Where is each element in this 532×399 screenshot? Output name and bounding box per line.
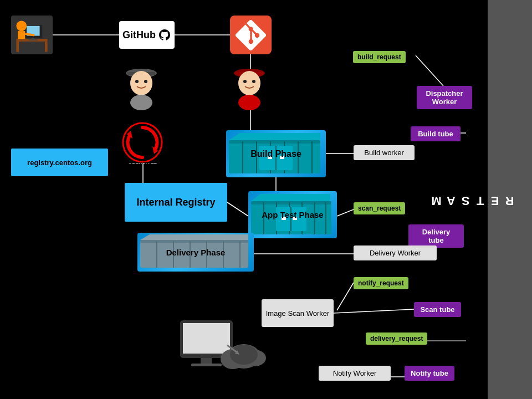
delivery-phase-label: Delivery Phase [166,248,226,257]
build-phase-box: Build Phase [226,130,326,177]
svg-rect-80 [183,323,230,354]
svg-marker-78 [140,234,248,240]
svg-rect-82 [191,364,222,366]
registry-centos-label: registry.centos.org [27,158,92,167]
notify-request-label: notify_request [354,277,408,289]
jenkins-red-icon [230,66,269,111]
build-tube-label: Build tube [411,126,461,141]
delivery-request-label: delivery_request [366,332,427,345]
build-worker-label: Build worker [354,145,415,160]
jenkins-gray-icon [122,66,161,111]
svg-rect-18 [45,42,48,52]
svg-point-32 [130,95,152,110]
person-desk-svg [11,16,53,54]
registry-centos-box: registry.centos.org [11,149,108,176]
jenkins-svg-gray [122,66,161,111]
build-request-label: build_request [353,51,406,63]
svg-marker-56 [229,133,320,140]
notify-worker-label: Notify Worker [319,366,391,381]
delivery-tube-label: Delivery tube [408,224,464,248]
build-phase-label: Build Phase [250,149,301,159]
scan-tube-label: Scan tube [414,302,461,317]
test-phase-label: App Test Phase [262,210,323,220]
test-phase-box: App Test Phase [248,191,337,238]
github-text: GitHub [122,29,156,41]
openshift-logo-icon: OPENSHIFT [122,122,163,163]
image-scan-worker-box: Image Scan Worker [262,299,334,327]
svg-point-37 [243,80,247,83]
svg-point-38 [252,80,255,83]
jenkins-svg-red [230,66,269,111]
image-scan-worker-label: Image Scan Worker [266,309,330,318]
scan-request-label: scan_request [354,202,405,214]
svg-point-30 [135,80,139,83]
openshift-svg: OPENSHIFT [122,122,163,163]
github-icon [158,28,171,42]
delivery-phase-box: Delivery Phase [137,233,254,272]
svg-point-86 [230,345,258,365]
svg-point-23 [16,21,27,31]
svg-rect-81 [201,358,212,364]
dispatcher-worker-label: Dispatcher Worker [417,86,472,109]
svg-rect-58 [251,201,331,204]
scanner-icon [172,315,269,376]
svg-point-39 [238,95,260,110]
svg-point-31 [144,80,147,83]
svg-rect-24 [18,31,25,39]
master-tube-text: MASTERTUBE [429,192,532,208]
internal-registry-box: Internal Registry [125,183,227,222]
delivery-worker-label: Delivery Worker [354,245,437,260]
svg-text:OPENSHIFT: OPENSHIFT [128,162,157,163]
svg-point-29 [130,71,152,95]
svg-point-36 [238,71,260,95]
github-logo: GitHub [119,21,175,49]
internal-registry-label: Internal Registry [136,197,215,208]
git-logo [230,16,272,54]
git-icon [236,20,266,50]
svg-marker-69 [251,194,330,201]
person-desk-icon [11,16,53,54]
svg-rect-22 [29,39,38,40]
notify-tube-label: Notify tube [405,366,454,381]
svg-rect-17 [16,42,19,52]
scanner-svg [172,315,269,376]
master-tube-sidebar: MASTERTUBE [488,0,532,399]
svg-rect-21 [32,38,35,39]
